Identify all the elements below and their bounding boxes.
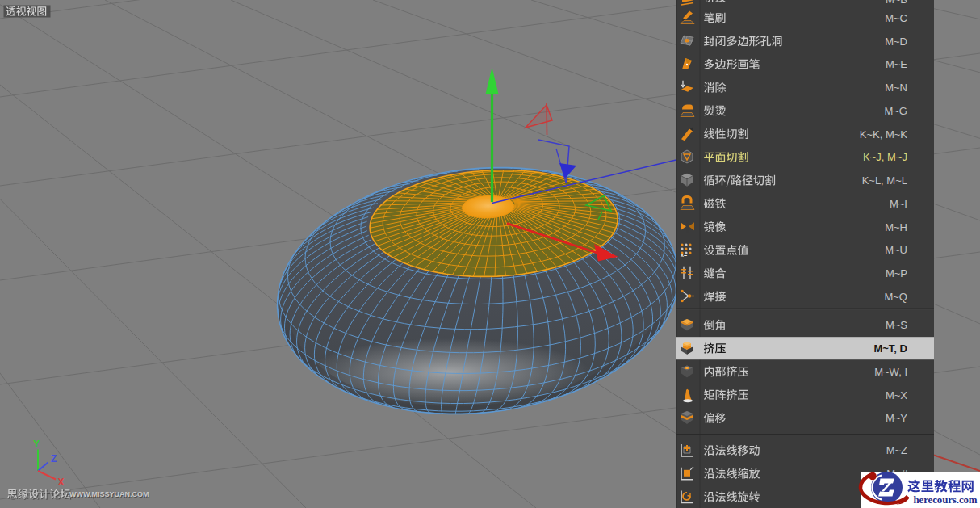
svg-text:M~W, I: M~W, I xyxy=(874,366,907,378)
svg-text:M~U: M~U xyxy=(885,244,907,256)
svg-text:WWW.MISSYUAN.COM: WWW.MISSYUAN.COM xyxy=(69,490,149,498)
svg-text:M~C: M~C xyxy=(885,12,907,24)
svg-text:K~K, M~K: K~K, M~K xyxy=(860,128,908,141)
svg-text:X: X xyxy=(58,477,65,488)
svg-text:M~H: M~H xyxy=(885,221,907,233)
svg-text:M~Q: M~Q xyxy=(884,291,907,303)
svg-text:K~J, M~J: K~J, M~J xyxy=(863,151,907,163)
svg-text:M~N: M~N xyxy=(885,82,907,94)
svg-text:Y: Y xyxy=(33,439,40,450)
svg-text:M~G: M~G xyxy=(884,105,907,117)
svg-text:M~B: M~B xyxy=(886,0,907,6)
svg-text:M~T, D: M~T, D xyxy=(873,342,907,355)
svg-text:x=: x= xyxy=(681,252,687,258)
svg-text:K~L, M~L: K~L, M~L xyxy=(862,174,907,187)
svg-text:M~S: M~S xyxy=(886,319,907,331)
svg-text:Z: Z xyxy=(51,453,57,464)
svg-text:M~X: M~X xyxy=(886,389,907,401)
svg-text:M~Y: M~Y xyxy=(886,412,907,424)
svg-text:M~Z: M~Z xyxy=(886,444,907,456)
svg-text:M~D: M~D xyxy=(885,36,907,48)
svg-text:herecours.com: herecours.com xyxy=(914,494,978,506)
svg-text:M~E: M~E xyxy=(886,58,907,70)
svg-text:M~P: M~P xyxy=(886,267,907,279)
svg-text:M~I: M~I xyxy=(890,198,907,210)
